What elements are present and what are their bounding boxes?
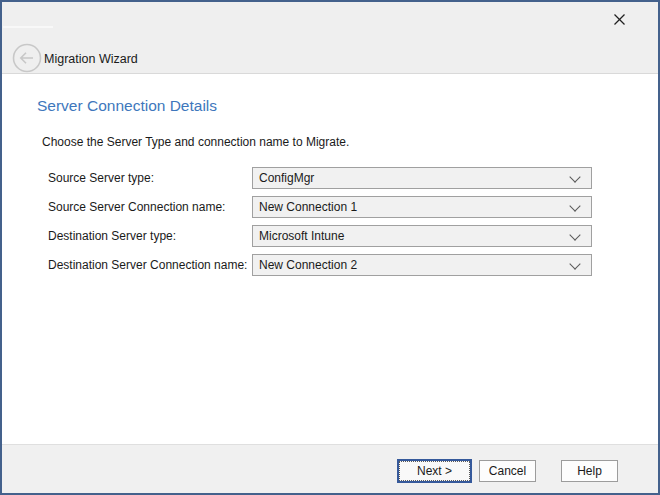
destination-server-type-label: Destination Server type: [48,225,176,247]
back-arrow-icon [12,43,42,73]
close-button[interactable] [609,10,629,28]
field-row-source-server-type: Source Server type: ConfigMgr [2,167,658,189]
next-button-label: Next > [399,461,470,481]
titlebar-highlight [3,26,53,28]
source-server-type-label: Source Server type: [48,167,154,189]
destination-connection-name-label: Destination Server Connection name: [48,254,247,276]
page-title: Server Connection Details [37,97,217,115]
field-row-destination-connection-name: Destination Server Connection name: New … [2,254,658,276]
combobox-selected-value: Microsoft Intune [253,229,344,243]
combobox-selected-value: New Connection 2 [253,258,357,272]
instruction-text: Choose the Server Type and connection na… [42,135,349,149]
combobox-selected-value: ConfigMgr [253,171,314,185]
wizard-header-band: Migration Wizard [2,2,658,74]
field-row-destination-server-type: Destination Server type: Microsoft Intun… [2,225,658,247]
wizard-title: Migration Wizard [44,51,138,68]
wizard-button-bar: Next > Cancel Help [2,444,658,493]
source-connection-name-combobox[interactable]: New Connection 1 [252,196,592,218]
chevron-down-icon [569,171,580,182]
cancel-button[interactable]: Cancel [479,460,536,482]
combobox-selected-value: New Connection 1 [253,200,357,214]
destination-server-type-combobox[interactable]: Microsoft Intune [252,225,592,247]
field-row-source-connection-name: Source Server Connection name: New Conne… [2,196,658,218]
help-button[interactable]: Help [561,460,618,482]
chevron-down-icon [569,200,580,211]
destination-connection-name-combobox[interactable]: New Connection 2 [252,254,592,276]
wizard-page-content: Server Connection Details Choose the Ser… [2,75,658,444]
chevron-down-icon [569,258,580,269]
migration-wizard-window: Migration Wizard Server Connection Detai… [0,0,660,495]
back-button[interactable] [12,43,42,73]
source-server-type-combobox[interactable]: ConfigMgr [252,167,592,189]
close-icon [613,13,626,26]
chevron-down-icon [569,229,580,240]
source-connection-name-label: Source Server Connection name: [48,196,225,218]
next-button[interactable]: Next > [397,459,472,483]
